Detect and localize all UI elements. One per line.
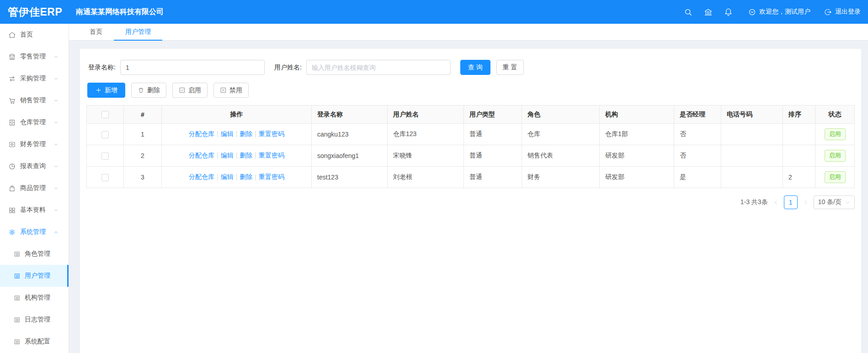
cell-type: 普通 bbox=[464, 145, 522, 167]
sidebar-item-goods[interactable]: 商品管理 bbox=[0, 177, 69, 199]
col-login: 登录名称 bbox=[312, 105, 388, 124]
bell-icon[interactable] bbox=[718, 8, 738, 16]
sidebar-item-warehouse[interactable]: 仓库管理 bbox=[0, 111, 69, 133]
select-all-checkbox[interactable] bbox=[101, 111, 109, 118]
bank-icon[interactable] bbox=[698, 8, 718, 16]
cell-manager: 否 bbox=[674, 124, 721, 145]
cell-index: 2 bbox=[124, 145, 162, 167]
page-number[interactable]: 1 bbox=[784, 195, 798, 209]
query-button[interactable]: 查 询 bbox=[460, 60, 490, 75]
sidebar-item-label: 基本资料 bbox=[20, 206, 46, 214]
sidebar-item-home[interactable]: 首页 bbox=[0, 24, 69, 46]
tab-home[interactable]: 首页 bbox=[78, 24, 114, 40]
pie-chart-icon bbox=[8, 163, 16, 170]
finance-icon bbox=[8, 141, 16, 148]
chevron-down-icon bbox=[53, 186, 59, 191]
col-name: 用户姓名 bbox=[388, 105, 464, 124]
document-icon bbox=[14, 338, 21, 345]
document-icon bbox=[14, 316, 21, 323]
chevron-down-icon bbox=[845, 200, 850, 205]
cell-name: 刘老根 bbox=[388, 167, 464, 188]
table-row: 1 分配仓库|编辑|删除|重置密码 cangku123 仓库123 普通 仓库 … bbox=[87, 124, 855, 145]
status-badge[interactable]: 启用 bbox=[825, 171, 846, 183]
sidebar-item-basic-data[interactable]: 基本资料 bbox=[0, 199, 69, 221]
chevron-left-icon bbox=[773, 200, 779, 205]
sidebar-item-reports[interactable]: 报表查询 bbox=[0, 155, 69, 177]
enable-button[interactable]: 启用 bbox=[172, 83, 208, 98]
user-menu[interactable]: 欢迎您，测试用户 bbox=[748, 8, 810, 16]
sidebar-item-label: 报表查询 bbox=[20, 162, 46, 170]
x-square-icon bbox=[220, 87, 227, 94]
delete-button[interactable]: 删除 bbox=[131, 83, 166, 98]
chevron-down-icon bbox=[53, 208, 59, 213]
assign-warehouse-link[interactable]: 分配仓库 bbox=[189, 130, 214, 137]
cell-index: 1 bbox=[124, 124, 162, 145]
reset-password-link[interactable]: 重置密码 bbox=[259, 152, 284, 159]
login-name-input[interactable] bbox=[120, 60, 265, 75]
search-icon[interactable] bbox=[678, 8, 698, 16]
home-icon bbox=[8, 31, 16, 39]
cell-role: 财务 bbox=[522, 167, 600, 188]
assign-warehouse-link[interactable]: 分配仓库 bbox=[189, 152, 214, 159]
cell-type: 普通 bbox=[464, 167, 522, 188]
sidebar: 首页 零售管理 采购管理 销售管理 仓库管理 财务管理 bbox=[0, 24, 69, 353]
sidebar-item-system[interactable]: 系统管理 bbox=[0, 221, 69, 243]
reset-button[interactable]: 重 置 bbox=[496, 60, 524, 75]
col-actions: 操作 bbox=[162, 105, 312, 124]
sidebar-item-user-management[interactable]: 用户管理 bbox=[0, 265, 69, 287]
edit-link[interactable]: 编辑 bbox=[221, 152, 234, 159]
pagination-total: 1-3 共3条 bbox=[740, 198, 768, 206]
next-page-button[interactable] bbox=[803, 200, 809, 205]
sidebar-item-log-management[interactable]: 日志管理 bbox=[0, 309, 69, 331]
row-checkbox[interactable] bbox=[101, 153, 109, 160]
login-name-label: 登录名称: bbox=[88, 63, 116, 72]
sidebar-item-finance[interactable]: 财务管理 bbox=[0, 133, 69, 155]
chevron-down-icon bbox=[53, 142, 59, 147]
logout-button[interactable]: 退出登录 bbox=[824, 8, 861, 16]
status-badge[interactable]: 启用 bbox=[825, 128, 846, 140]
bag-icon bbox=[8, 184, 16, 192]
edit-link[interactable]: 编辑 bbox=[221, 173, 234, 180]
row-checkbox[interactable] bbox=[101, 131, 109, 138]
link-separator: | bbox=[255, 152, 256, 159]
sidebar-item-org-management[interactable]: 机构管理 bbox=[0, 287, 69, 309]
sidebar-item-role-management[interactable]: 角色管理 bbox=[0, 243, 69, 265]
cell-name: 仓库123 bbox=[388, 124, 464, 145]
delete-link[interactable]: 删除 bbox=[240, 130, 252, 137]
logout-label: 退出登录 bbox=[835, 8, 861, 16]
top-bar: 管伊佳ERP 南通某某网络科技有限公司 欢迎您，测试用户 退出登录 bbox=[0, 0, 868, 24]
user-name-input[interactable] bbox=[306, 60, 451, 75]
page-size-select[interactable]: 10 条/页 bbox=[814, 195, 855, 209]
cell-org: 研发部 bbox=[600, 145, 674, 167]
sidebar-item-label: 首页 bbox=[20, 31, 33, 39]
sidebar-item-label: 系统管理 bbox=[20, 228, 46, 236]
cell-sort bbox=[783, 124, 815, 145]
disable-button[interactable]: 禁用 bbox=[213, 83, 249, 98]
edit-link[interactable]: 编辑 bbox=[221, 130, 234, 137]
sidebar-item-sales[interactable]: 销售管理 bbox=[0, 90, 69, 111]
sidebar-item-retail[interactable]: 零售管理 bbox=[0, 46, 69, 68]
status-badge[interactable]: 启用 bbox=[825, 150, 846, 162]
link-separator: | bbox=[217, 130, 218, 137]
document-icon bbox=[14, 251, 21, 258]
add-label: 新增 bbox=[105, 86, 117, 95]
prev-page-button[interactable] bbox=[773, 200, 779, 205]
col-status: 状态 bbox=[815, 105, 855, 124]
user-name-label: 用户姓名: bbox=[274, 63, 302, 72]
sidebar-item-purchase[interactable]: 采购管理 bbox=[0, 68, 69, 90]
user-management-panel: 登录名称: 用户姓名: 查 询 重 置 新增 删除 bbox=[80, 49, 861, 353]
link-separator: | bbox=[217, 173, 218, 180]
link-separator: | bbox=[236, 130, 238, 137]
row-checkbox[interactable] bbox=[101, 174, 109, 181]
assign-warehouse-link[interactable]: 分配仓库 bbox=[189, 173, 214, 180]
add-button[interactable]: 新增 bbox=[87, 83, 125, 98]
tab-user-management[interactable]: 用户管理 bbox=[114, 24, 162, 40]
circle-chevron-down-icon bbox=[748, 8, 756, 16]
sidebar-item-label: 角色管理 bbox=[25, 250, 50, 258]
delete-link[interactable]: 删除 bbox=[240, 152, 252, 159]
reset-password-link[interactable]: 重置密码 bbox=[259, 130, 284, 137]
reset-password-link[interactable]: 重置密码 bbox=[259, 173, 284, 180]
delete-link[interactable]: 删除 bbox=[240, 173, 252, 180]
sidebar-item-system-config[interactable]: 系统配置 bbox=[0, 331, 69, 353]
link-separator: | bbox=[217, 152, 218, 159]
